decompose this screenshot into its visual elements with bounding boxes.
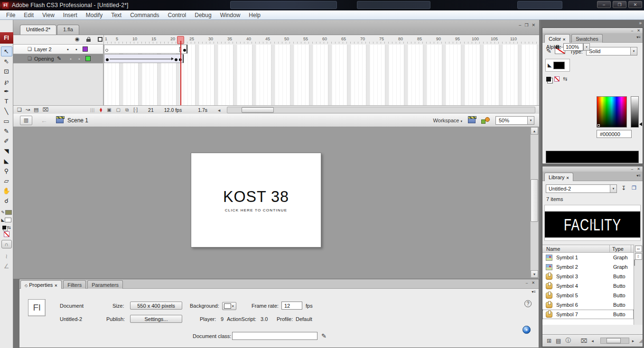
- close-icon[interactable]: ✕: [54, 284, 57, 288]
- menu-item[interactable]: Commands: [126, 11, 163, 19]
- layer-lock-dot[interactable]: •: [75, 56, 84, 62]
- tab-properties[interactable]: ◇ Properties ✕: [20, 280, 62, 289]
- pin-library-icon[interactable]: ↧: [621, 185, 626, 192]
- document-tab-1fla[interactable]: 1.fla: [57, 25, 79, 35]
- timeline-ruler[interactable]: 1 51015202530354045505560657075808590951…: [103, 35, 539, 45]
- tab-color[interactable]: Color ✕: [544, 34, 570, 43]
- timeline-frames-grid[interactable]: [103, 45, 539, 105]
- frame-rate-input[interactable]: 12: [281, 302, 302, 310]
- stage-zoom-combobox[interactable]: 50% ▾: [495, 116, 534, 125]
- onion-skin-icon[interactable]: ▣: [107, 107, 111, 112]
- publish-settings-button[interactable]: Settings...: [130, 315, 182, 323]
- panel-menu-icon[interactable]: ▾≡: [636, 35, 641, 39]
- scroll-up-icon[interactable]: ▲: [531, 127, 538, 135]
- insert-layer-folder-icon[interactable]: ▤: [34, 107, 38, 113]
- resize-grip-icon[interactable]: ◢: [639, 338, 643, 343]
- scrollbar-thumb[interactable]: [607, 338, 621, 343]
- library-scroll-column[interactable]: ▭ ▯: [634, 245, 643, 325]
- lock-layers-icon[interactable]: [86, 39, 91, 42]
- chevron-down-icon[interactable]: ▾: [527, 117, 534, 124]
- library-item[interactable]: Symbol 1 Graph: [542, 253, 634, 262]
- default-colors-icon[interactable]: [2, 226, 6, 229]
- menu-item[interactable]: View: [38, 11, 59, 19]
- minimize-button[interactable]: –: [597, 1, 611, 8]
- doc-restore-button[interactable]: ❐: [524, 23, 528, 27]
- center-frame-icon[interactable]: ⧫: [100, 107, 102, 112]
- restore-button[interactable]: ❐: [613, 1, 626, 8]
- item-properties-icon[interactable]: ⓘ: [565, 337, 571, 345]
- edit-scene-icon[interactable]: [468, 118, 476, 123]
- narrow-view-toggle-icon[interactable]: ▯: [635, 253, 642, 260]
- layer-outline-color[interactable]: [85, 56, 91, 61]
- library-item[interactable]: Symbol 4 Butto: [542, 281, 634, 291]
- selection-tool[interactable]: ↖: [1, 46, 12, 56]
- doc-minimize-button[interactable]: –: [519, 23, 521, 27]
- no-color-button[interactable]: [554, 76, 560, 82]
- subselection-tool[interactable]: ⇖: [1, 56, 12, 66]
- close-button[interactable]: ✕: [628, 1, 642, 8]
- color-picker-gradient[interactable]: [597, 96, 627, 128]
- panel-menu-icon[interactable]: ▾≡: [636, 174, 641, 178]
- workspace-menu[interactable]: Workspace ▾: [433, 118, 462, 123]
- panel-close-icon[interactable]: ✕: [637, 28, 640, 33]
- new-folder-icon[interactable]: ▤: [556, 338, 561, 344]
- library-item[interactable]: Symbol 5 Butto: [542, 291, 634, 300]
- rectangle-tool[interactable]: ▭: [1, 116, 12, 126]
- snap-to-objects-toggle[interactable]: ∩: [1, 240, 12, 248]
- new-library-panel-icon[interactable]: ❐: [632, 185, 636, 191]
- globe-icon[interactable]: ✶: [523, 326, 531, 334]
- paint-bucket-tool[interactable]: ◣: [1, 156, 12, 166]
- menu-item[interactable]: Insert: [59, 11, 82, 19]
- column-header-name[interactable]: Name: [542, 245, 610, 252]
- chevron-down-icon[interactable]: ▾: [630, 47, 637, 55]
- default-colors-icon[interactable]: [546, 77, 551, 82]
- menu-item[interactable]: Help: [244, 11, 265, 19]
- menu-item[interactable]: Edit: [19, 11, 38, 19]
- collapse-dock-chevrons[interactable]: »: [541, 20, 644, 27]
- hex-color-input[interactable]: #000000: [597, 130, 632, 138]
- panel-minimize-icon[interactable]: –: [631, 28, 633, 33]
- document-tab-untitled2[interactable]: Untitled-2*: [20, 25, 56, 35]
- layer-visibility-dot[interactable]: •: [66, 56, 75, 62]
- no-color-button[interactable]: [4, 231, 9, 237]
- ink-bottle-tool[interactable]: ◥: [1, 146, 12, 156]
- new-symbol-icon[interactable]: ⊞: [547, 338, 551, 344]
- delete-layer-icon[interactable]: ⌧: [43, 107, 49, 113]
- layer-visibility-dot[interactable]: •: [64, 46, 72, 52]
- brightness-marker-icon[interactable]: [639, 122, 642, 126]
- menu-item[interactable]: Text: [107, 11, 126, 19]
- panel-minimize-icon[interactable]: –: [526, 281, 528, 285]
- playhead-line[interactable]: [180, 41, 181, 105]
- layer2-frame-span[interactable]: [104, 45, 187, 54]
- zoom-tool[interactable]: ☌: [1, 196, 12, 206]
- column-header-type[interactable]: Type: [610, 246, 631, 252]
- chevron-down-icon[interactable]: ▾: [583, 43, 590, 51]
- text-tool[interactable]: T: [1, 96, 12, 106]
- edit-multiple-frames-icon[interactable]: ⧉: [125, 107, 129, 113]
- brush-tool[interactable]: ✐: [1, 136, 12, 146]
- fill-color-swatch[interactable]: [5, 218, 11, 222]
- eraser-tool[interactable]: ▱: [1, 176, 12, 186]
- help-icon[interactable]: ?: [524, 300, 532, 307]
- stroke-color-control[interactable]: ✎: [1, 209, 12, 216]
- insert-layer-icon[interactable]: ❏: [17, 107, 22, 113]
- panel-minimize-icon[interactable]: –: [631, 166, 633, 172]
- stage-pasteboard[interactable]: KOST 38 CLICK HERE TO CONTINUE ▲ ▼: [13, 127, 539, 279]
- menu-item[interactable]: Debug: [190, 11, 215, 19]
- fill-color-swatch[interactable]: [553, 62, 565, 69]
- pen-tool[interactable]: ✒: [1, 86, 12, 96]
- stroke-color-swatch[interactable]: [5, 210, 12, 215]
- edit-class-pencil-icon[interactable]: ✎: [321, 332, 327, 339]
- smooth-option[interactable]: ≀: [1, 251, 12, 261]
- library-document-dropdown[interactable]: Untitled-2 ▾: [546, 184, 617, 193]
- edit-symbols-icon[interactable]: [481, 117, 490, 124]
- panel-menu-icon[interactable]: ▾≡: [532, 290, 536, 294]
- library-item[interactable]: Symbol 7 Butto: [542, 310, 634, 319]
- swap-colors-icon[interactable]: ⇆: [563, 76, 567, 82]
- pencil-tool[interactable]: ✎: [1, 126, 12, 136]
- add-motion-guide-icon[interactable]: ↝: [26, 107, 30, 113]
- layer-outline-color[interactable]: [83, 46, 88, 52]
- panel-close-icon[interactable]: ✕: [532, 281, 535, 285]
- column-grip[interactable]: |||: [90, 108, 95, 112]
- tab-library[interactable]: Library ✕: [544, 173, 573, 181]
